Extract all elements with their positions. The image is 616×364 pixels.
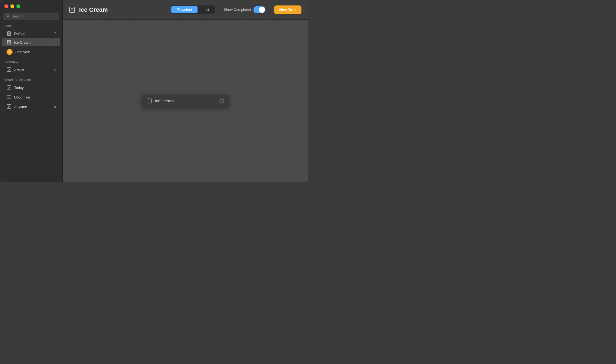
lists-section-label: Lists: [0, 24, 62, 29]
today-icon: [7, 85, 11, 90]
sidebar-item-today-label: Today: [14, 86, 56, 90]
document-icon: [7, 40, 11, 44]
svg-rect-19: [7, 105, 11, 108]
show-completed-toggle[interactable]: [253, 6, 265, 13]
document-icon: [7, 31, 11, 36]
add-new-button[interactable]: + Add New: [2, 47, 60, 57]
list-button[interactable]: List: [198, 6, 214, 13]
add-icon: +: [7, 49, 13, 55]
svg-point-27: [220, 99, 223, 103]
svg-rect-10: [7, 68, 11, 71]
sidebar-item-upcoming[interactable]: Upcoming: [2, 93, 60, 102]
task-label: Ice Cream: [155, 99, 216, 103]
sidebar-item-today[interactable]: Today: [2, 83, 60, 92]
sidebar-item-default[interactable]: Default 7: [2, 29, 60, 38]
search-label: Search: [11, 14, 23, 18]
upcoming-icon: [7, 95, 11, 100]
main-content: Ice Cream Flowchart List Show Completed …: [63, 0, 308, 182]
show-completed: Show Completed: [224, 6, 265, 13]
close-button[interactable]: [4, 4, 8, 8]
anytime-icon: [7, 104, 11, 109]
header-doc-icon: [69, 7, 75, 13]
sidebar-item-upcoming-label: Upcoming: [14, 95, 56, 99]
toggle-knob: [259, 7, 265, 13]
sidebar-item-default-label: Default: [14, 32, 51, 36]
spacer: [0, 57, 62, 60]
minimize-button[interactable]: [10, 4, 14, 8]
flowchart-button[interactable]: Flowchart: [171, 6, 198, 13]
sidebar-item-actual-badge: 5: [54, 68, 56, 72]
view-toggle: Flowchart List: [171, 5, 215, 14]
overview-section-label: Overview: [0, 60, 62, 65]
sidebar-item-ice-cream[interactable]: Ice Cream 1: [2, 38, 60, 46]
header-title: Ice Cream: [79, 6, 166, 13]
sidebar-item-actual-label: Actual: [14, 68, 51, 72]
sidebar-item-ice-cream-label: Ice Cream: [14, 40, 51, 44]
sidebar-item-ice-cream-badge: 1: [54, 40, 56, 44]
add-new-label: Add New: [15, 50, 30, 54]
sidebar: Search Lists Default 7 Ice Cream 1: [0, 0, 63, 182]
flowchart-area: Ice Cream: [63, 20, 308, 182]
spacer2: [0, 75, 62, 78]
search-bar[interactable]: Search: [3, 13, 59, 20]
sidebar-item-anytime-badge: 8: [54, 105, 56, 109]
actual-icon: [7, 67, 11, 73]
svg-line-1: [9, 16, 10, 17]
task-info-icon[interactable]: [219, 99, 224, 103]
task-checkbox[interactable]: [147, 99, 152, 103]
svg-rect-11: [7, 86, 11, 89]
show-completed-label: Show Completed: [224, 8, 251, 12]
sidebar-item-actual[interactable]: Actual 5: [2, 65, 60, 74]
maximize-button[interactable]: [16, 4, 20, 8]
sidebar-item-anytime[interactable]: Anytime 8: [2, 102, 60, 111]
header: Ice Cream Flowchart List Show Completed …: [63, 0, 308, 20]
traffic-lights: [0, 3, 62, 13]
new-task-button[interactable]: New Task: [274, 5, 301, 14]
task-card[interactable]: Ice Cream: [142, 95, 229, 107]
smart-section-label: Smart To-Do Lists: [0, 78, 62, 83]
sidebar-item-anytime-label: Anytime: [14, 105, 51, 109]
search-icon: [7, 14, 10, 18]
sidebar-item-default-badge: 7: [54, 32, 56, 35]
